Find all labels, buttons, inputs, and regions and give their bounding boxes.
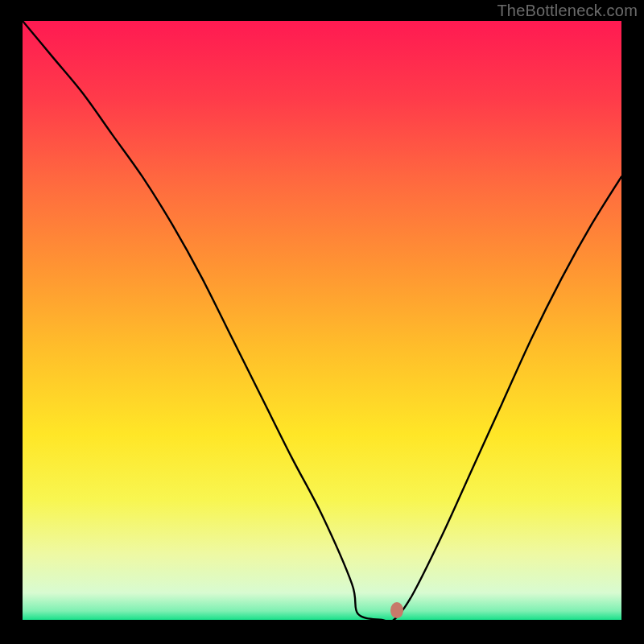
plot-area: [23, 21, 621, 620]
chart-frame: TheBottleneck.com: [0, 0, 644, 644]
watermark-text: TheBottleneck.com: [497, 2, 638, 20]
plot-outer-border: [23, 21, 621, 620]
bottleneck-chart: [23, 21, 621, 620]
gradient-background: [23, 21, 621, 620]
optimal-point-marker: [390, 602, 403, 618]
